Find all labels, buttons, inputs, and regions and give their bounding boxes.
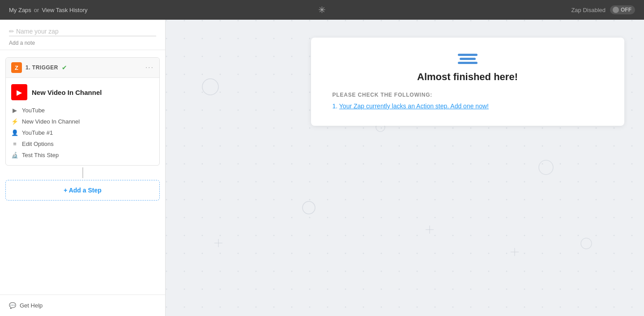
youtube-play-icon: ▶ xyxy=(17,88,22,97)
detail-account[interactable]: 👤 YouTube #1 xyxy=(11,127,154,138)
trigger-more-button[interactable]: ··· xyxy=(145,64,154,72)
trigger-icon: Z xyxy=(11,62,22,73)
account-icon: 👤 xyxy=(11,129,18,136)
trigger-icon-text: Z xyxy=(15,64,18,71)
main-layout: Add a note Z 1. TRIGGER ✔ ··· ▶ New Vide… xyxy=(0,20,644,316)
topnav-right: Zap Disabled OFF xyxy=(571,5,635,14)
trigger-details: ▶ YouTube ⚡ New Video In Channel 👤 YouTu… xyxy=(6,105,159,165)
add-step-button[interactable]: + Add a Step xyxy=(5,180,160,201)
get-help-button[interactable]: 💬 Get Help xyxy=(0,295,165,316)
zap-toggle[interactable]: OFF xyxy=(610,5,635,14)
detail-event-text: New Video In Channel xyxy=(22,118,80,125)
hline-2 xyxy=(460,58,476,60)
test-icon: 🔬 xyxy=(11,152,18,158)
detail-test-text: Test This Step xyxy=(22,152,59,158)
get-help-label: Get Help xyxy=(20,302,43,309)
topnav-left: My Zaps or View Task History xyxy=(9,7,88,13)
topnav-or: or xyxy=(34,7,39,13)
trigger-number-label: 1. TRIGGER xyxy=(26,64,58,71)
detail-event[interactable]: ⚡ New Video In Channel xyxy=(11,116,154,127)
zap-name-section: Add a note xyxy=(0,20,165,50)
detail-youtube[interactable]: ▶ YouTube xyxy=(11,105,154,116)
main-content: Almost finished here! PLEASE CHECK THE F… xyxy=(166,20,644,316)
options-icon: ≡ xyxy=(11,141,18,147)
hamburger-icon xyxy=(333,54,603,64)
connector-line-inner xyxy=(82,167,83,178)
detail-options-text: Edit Options xyxy=(22,141,54,147)
info-card: Almost finished here! PLEASE CHECK THE F… xyxy=(311,38,624,126)
hline-1 xyxy=(458,54,478,56)
get-help-icon: 💬 xyxy=(9,302,16,309)
card-subtitle: PLEASE CHECK THE FOLLOWING: xyxy=(333,92,603,98)
hline-3 xyxy=(458,62,478,64)
add-note-link[interactable]: Add a note xyxy=(9,40,156,46)
event-icon: ⚡ xyxy=(11,118,18,125)
zap-disabled-label: Zap Disabled xyxy=(571,7,606,13)
card-icon-area xyxy=(333,54,603,64)
connector-line xyxy=(0,166,165,180)
youtube-app-icon: ▶ xyxy=(11,84,27,100)
trigger-header: Z 1. TRIGGER ✔ ··· xyxy=(6,58,159,78)
trigger-header-left: Z 1. TRIGGER ✔ xyxy=(11,62,67,73)
view-history-link[interactable]: View Task History xyxy=(42,7,87,13)
my-zaps-link[interactable]: My Zaps xyxy=(9,7,31,13)
add-action-link[interactable]: Your Zap currently lacks an Action step.… xyxy=(339,102,489,110)
trigger-app-name: New Video In Channel xyxy=(32,89,102,96)
detail-test[interactable]: 🔬 Test This Step xyxy=(11,149,154,161)
toggle-label: OFF xyxy=(621,7,631,13)
snowflake-icon: ✳ xyxy=(318,5,326,15)
card-item-number: 1. xyxy=(333,102,339,110)
detail-youtube-text: YouTube xyxy=(22,107,45,114)
detail-account-text: YouTube #1 xyxy=(22,129,53,136)
card-title: Almost finished here! xyxy=(333,71,603,83)
add-step-label: + Add a Step xyxy=(64,187,102,194)
zap-name-input[interactable] xyxy=(9,27,156,36)
topnav-center: ✳ xyxy=(318,4,326,15)
detail-options[interactable]: ≡ Edit Options xyxy=(11,138,154,149)
youtube-small-icon: ▶ xyxy=(11,107,18,114)
toggle-circle xyxy=(613,7,619,13)
trigger-app-row[interactable]: ▶ New Video In Channel xyxy=(6,78,159,105)
trigger-check-icon: ✔ xyxy=(62,64,67,71)
topnav: My Zaps or View Task History ✳ Zap Disab… xyxy=(0,0,644,20)
card-item-1: 1. Your Zap currently lacks an Action st… xyxy=(333,102,603,110)
sidebar: Add a note Z 1. TRIGGER ✔ ··· ▶ New Vide… xyxy=(0,20,166,316)
trigger-block: Z 1. TRIGGER ✔ ··· ▶ New Video In Channe… xyxy=(5,57,160,166)
